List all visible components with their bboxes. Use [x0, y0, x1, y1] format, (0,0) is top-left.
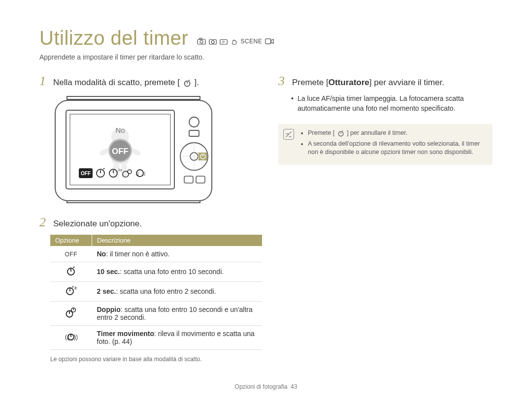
step1-pre: Nella modalità di scatto, premete [ [53, 78, 180, 87]
row-rest: : scatta una foto entro 2 secondi. [116, 287, 216, 295]
note2-text: A seconda dell'opzione di rilevamento vo… [308, 140, 480, 156]
footer-page-number: 43 [291, 383, 297, 390]
row-rest: : scatta una foto entro 10 secondi. [120, 268, 224, 276]
left-column: 1 Nella modalità di scatto, premete [ ]. [39, 75, 254, 363]
row-label: No [97, 250, 106, 258]
step-1: 1 Nella modalità di scatto, premete [ ]. [39, 75, 254, 89]
table-row: Doppio: scatta una foto entro 10 secondi… [50, 301, 262, 325]
svg-rect-10 [67, 96, 200, 99]
options-table: Opzione Descrizione OFF No: il timer non… [50, 235, 262, 350]
row-label: Doppio [97, 306, 121, 313]
svg-text:P: P [223, 40, 225, 44]
scene-icon: SCENE [240, 38, 262, 45]
col-header-option: Opzione [50, 235, 92, 246]
page-title: Utilizzo del timer [39, 27, 188, 49]
svg-rect-1 [200, 38, 202, 40]
table-row: 2s 2 sec.: scatta una foto entro 2 secon… [50, 281, 262, 301]
camera-screen-label: No [115, 126, 125, 134]
note-box: Premete [ ] per annullare il timer. A se… [278, 124, 493, 165]
timer-button-icon [183, 79, 191, 87]
timer10-icon [50, 262, 92, 281]
bullet-text: La luce AF/spia timer lampeggia. La foto… [298, 93, 493, 114]
svg-text:((: (( [136, 171, 139, 176]
step3-bold: Otturatore [329, 78, 369, 87]
page-footer: Opzioni di fotografia 43 [0, 383, 532, 390]
footer-section: Opzioni di fotografia [235, 383, 288, 390]
camera-icon [209, 38, 217, 45]
step-number: 1 [39, 75, 48, 88]
table-footnote: Le opzioni possono variare in base alla … [50, 356, 254, 363]
svg-text:)): )) [74, 334, 77, 340]
note1-pre: Premete [ [308, 129, 334, 136]
svg-text:OFF: OFF [81, 171, 91, 176]
step1-post: ]. [194, 78, 199, 87]
note-item: Premete [ ] per annullare il timer. [308, 129, 486, 138]
svg-text:)): )) [142, 171, 145, 176]
step-text: Premete [Otturatore] per avviare il time… [292, 77, 444, 89]
svg-rect-11 [67, 201, 200, 203]
step-text: Nella modalità di scatto, premete [ ]. [53, 77, 199, 89]
svg-rect-7 [266, 39, 271, 44]
svg-rect-19 [121, 163, 127, 178]
row-label: 10 sec. [97, 268, 120, 276]
row-rest: : il timer non è attivo. [106, 250, 169, 258]
note-item: A seconda dell'opzione di rilevamento vo… [308, 140, 486, 157]
camera-illustration: No OFF OFF [52, 93, 254, 206]
step-3: 3 Premete [Otturatore] per avviare il ti… [278, 75, 493, 89]
step-text: Selezionate un'opzione. [53, 218, 142, 230]
programP-icon: P [220, 38, 228, 45]
svg-text:2s: 2s [74, 286, 77, 290]
svg-text:OFF: OFF [112, 147, 129, 156]
note-icon [283, 129, 294, 140]
subtitle: Apprendete a impostare il timer per rita… [39, 53, 493, 61]
note1-post: ] per annullare il timer. [347, 129, 407, 136]
table-row: OFF No: il timer non è attivo. [50, 246, 262, 262]
timer-double-icon [50, 301, 92, 325]
step-number: 2 [39, 216, 48, 229]
step-2: 2 Selezionate un'opzione. [39, 216, 254, 230]
right-column: 3 Premete [Otturatore] per avviare il ti… [278, 75, 493, 363]
step3-part1: Premete [ [292, 78, 329, 87]
step3-bullet: La luce AF/spia timer lampeggia. La foto… [291, 93, 493, 114]
mode-icons-group: P SCENE [197, 38, 274, 45]
table-row: 10 sec.: scatta una foto entro 10 second… [50, 262, 262, 281]
timer2-icon: 2s [50, 281, 92, 301]
step-number: 3 [278, 75, 287, 88]
timer-button-icon [337, 130, 344, 137]
svg-point-2 [200, 40, 203, 43]
heading-row: Utilizzo del timer P SCENE [39, 27, 493, 49]
off-text-icon: OFF [50, 246, 92, 262]
video-icon [265, 38, 274, 44]
row-label: 2 sec. [97, 287, 116, 295]
table-row: (()) Timer movimento: rileva il moviment… [50, 325, 262, 349]
svg-point-4 [211, 40, 214, 43]
hand-icon [231, 38, 237, 45]
row-label: Timer movimento [97, 330, 154, 338]
col-header-description: Descrizione [92, 235, 263, 246]
row-rest: : scatta una foto entro 10 secondi e un'… [97, 306, 253, 321]
step3-part2: ] per avviare il timer. [369, 78, 444, 87]
smart-icon [197, 38, 206, 45]
svg-text:2s: 2s [118, 168, 122, 172]
timer-motion-icon: (()) [50, 325, 92, 349]
